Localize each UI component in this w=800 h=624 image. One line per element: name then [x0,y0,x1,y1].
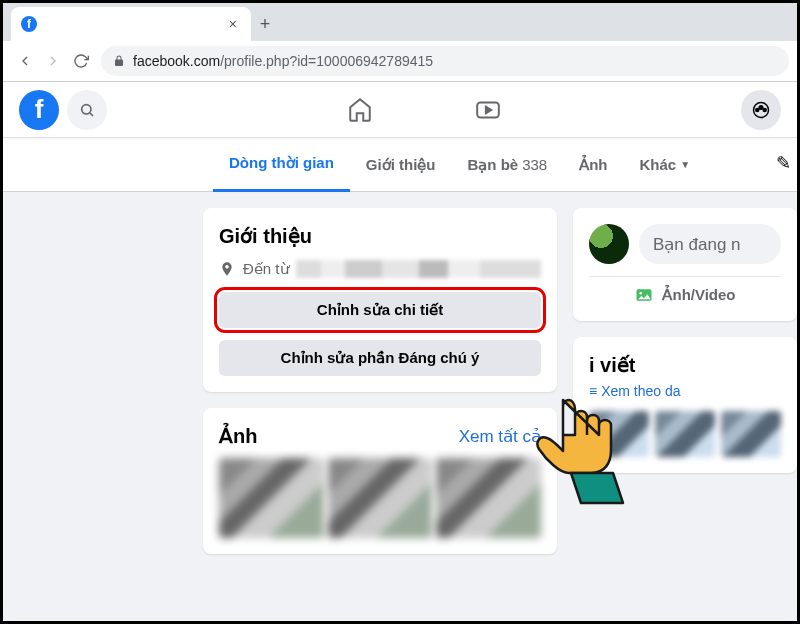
photo-thumbnail[interactable] [219,458,324,538]
intro-title: Giới thiệu [219,224,541,248]
svg-point-6 [756,108,759,111]
svg-line-1 [90,113,93,116]
header-right [741,90,781,130]
lock-icon [113,55,125,67]
svg-point-5 [759,105,763,109]
see-all-photos-link[interactable]: Xem tất cả [459,426,541,447]
photo-grid [219,458,541,538]
browser-chrome: f × + facebook.com/profile.php?id=100006… [3,3,797,82]
view-mode-label: Xem theo da [601,383,680,399]
photo-thumbnail[interactable] [436,458,541,538]
tab-label: Bạn bè [468,156,519,174]
post-thumbnail[interactable] [721,411,781,457]
avatar[interactable] [589,224,629,264]
close-tab-icon[interactable]: × [225,16,241,32]
facebook-logo[interactable]: f [19,90,59,130]
photo-video-label: Ảnh/Video [662,286,735,304]
column-left: Giới thiệu Đến từ Chỉnh sửa chi tiết Chỉ… [203,208,557,622]
svg-marker-3 [486,106,491,113]
header-center-nav [107,90,741,130]
posts-card: i viết ≡ Xem theo da [573,337,797,473]
photo-thumbnail[interactable] [328,458,433,538]
chevron-down-icon: ▼ [680,159,690,170]
search-button[interactable] [67,90,107,130]
intro-card: Giới thiệu Đến từ Chỉnh sửa chi tiết Chỉ… [203,208,557,392]
edit-profile-icon[interactable]: ✎ [776,152,791,174]
browser-toolbar: facebook.com/profile.php?id=100006942789… [3,41,797,81]
tab-label: Giới thiệu [366,156,436,174]
browser-tab[interactable]: f × [11,7,251,41]
home-icon[interactable] [336,90,384,130]
intro-from-line: Đến từ [219,260,541,278]
address-bar[interactable]: facebook.com/profile.php?id=100006942789… [101,46,789,76]
list-icon: ≡ [589,383,597,399]
tab-timeline[interactable]: Dòng thời gian [213,138,350,192]
url-host: facebook.com [133,53,220,69]
compose-input[interactable]: Bạn đang n [639,224,781,264]
svg-point-7 [763,108,766,111]
tab-strip: f × + [3,3,797,41]
from-label: Đến từ [243,260,290,278]
post-thumbnail[interactable] [655,411,715,457]
url-path: /profile.php?id=100006942789415 [220,53,433,69]
edit-details-button[interactable]: Chỉnh sửa chi tiết [219,292,541,328]
photo-icon [634,285,654,305]
watch-icon[interactable] [464,90,512,130]
tab-label: Ảnh [579,156,607,174]
tab-photos[interactable]: Ảnh [563,138,623,192]
photo-video-button[interactable]: Ảnh/Video [634,285,735,305]
view-mode-link[interactable]: ≡ Xem theo da [589,383,781,399]
svg-point-9 [640,292,643,295]
post-thumbnail[interactable] [589,411,649,457]
photos-title: Ảnh [219,424,257,448]
photos-card: Ảnh Xem tất cả [203,408,557,554]
new-tab-button[interactable]: + [251,14,279,35]
content-area: Giới thiệu Đến từ Chỉnh sửa chi tiết Chỉ… [3,192,797,622]
posts-title: i viết [589,353,635,377]
button-label: Chỉnh sửa chi tiết [317,301,443,319]
back-button[interactable] [11,47,39,75]
forward-button[interactable] [39,47,67,75]
button-label: Chỉnh sửa phần Đáng chú ý [281,349,480,367]
location-pin-icon [219,261,235,277]
post-thumbnails [589,411,781,457]
svg-point-0 [82,104,91,113]
reload-button[interactable] [67,47,95,75]
column-right: Bạn đang n Ảnh/Video i viết ≡ Xem theo d… [573,208,797,622]
tab-label: Khác [640,156,677,173]
tab-label: Dòng thời gian [229,154,334,172]
edit-featured-button[interactable]: Chỉnh sửa phần Đáng chú ý [219,340,541,376]
tab-more[interactable]: Khác▼ [624,138,707,192]
composer-card: Bạn đang n Ảnh/Video [573,208,797,321]
tab-friends[interactable]: Bạn bè338 [452,138,564,192]
tab-about[interactable]: Giới thiệu [350,138,452,192]
friends-count: 338 [522,156,547,173]
redacted-location [296,260,541,278]
facebook-header: f [3,82,797,138]
facebook-favicon: f [21,16,37,32]
compose-placeholder: Bạn đang n [653,234,741,255]
profile-nav: Dòng thời gian Giới thiệu Bạn bè338 Ảnh … [3,138,797,192]
groups-icon[interactable] [741,90,781,130]
